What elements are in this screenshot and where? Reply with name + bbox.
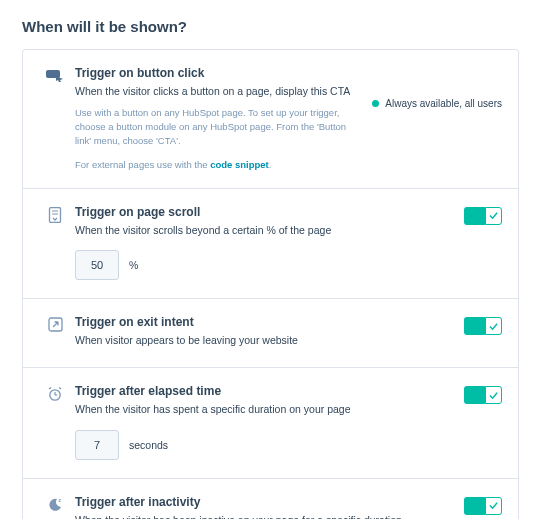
toggle-exit-intent[interactable] [464, 317, 502, 335]
inactivity-icon: z [47, 497, 63, 513]
trigger-desc: When the visitor has been inactive on yo… [75, 513, 454, 519]
trigger-desc: When the visitor scrolls beyond a certai… [75, 223, 454, 239]
elapsed-time-unit-label: seconds [129, 439, 168, 451]
section-inactivity: z Trigger after inactivity When the visi… [23, 479, 518, 519]
trigger-title: Trigger after inactivity [75, 495, 454, 509]
svg-text:z: z [59, 497, 62, 503]
exit-intent-icon [48, 317, 63, 332]
trigger-title: Trigger on button click [75, 66, 362, 80]
toggle-elapsed-time[interactable] [464, 386, 502, 404]
svg-line-8 [49, 388, 51, 390]
availability-label: Always available, all users [385, 98, 502, 109]
code-snippet-link[interactable]: code snippet [210, 159, 269, 170]
trigger-desc: When the visitor has spent a specific du… [75, 402, 454, 418]
trigger-desc: When the visitor clicks a button on a pa… [75, 84, 362, 100]
page-scroll-icon [48, 207, 62, 223]
svg-line-9 [59, 388, 61, 390]
trigger-desc: When visitor appears to be leaving your … [75, 333, 454, 349]
section-exit-intent: Trigger on exit intent When visitor appe… [23, 299, 518, 368]
triggers-panel: Trigger on button click When the visitor… [22, 49, 519, 519]
trigger-hint: Use with a button on any HubSpot page. T… [75, 106, 362, 149]
scroll-unit-label: % [129, 259, 138, 271]
section-elapsed-time: Trigger after elapsed time When the visi… [23, 368, 518, 479]
trigger-external-note: For external pages use with the code sni… [75, 159, 362, 170]
availability-indicator: Always available, all users [372, 98, 502, 109]
section-button-click: Trigger on button click When the visitor… [23, 50, 518, 189]
trigger-title: Trigger after elapsed time [75, 384, 454, 398]
trigger-title: Trigger on page scroll [75, 205, 454, 219]
trigger-title: Trigger on exit intent [75, 315, 454, 329]
section-page-scroll: Trigger on page scroll When the visitor … [23, 189, 518, 300]
status-dot-icon [372, 100, 379, 107]
toggle-inactivity[interactable] [464, 497, 502, 515]
toggle-page-scroll[interactable] [464, 207, 502, 225]
elapsed-time-icon [47, 386, 63, 402]
page-title: When will it be shown? [22, 18, 519, 35]
svg-rect-0 [46, 70, 60, 78]
elapsed-time-input[interactable] [75, 430, 119, 460]
button-click-icon [46, 68, 64, 82]
scroll-percent-input[interactable] [75, 250, 119, 280]
